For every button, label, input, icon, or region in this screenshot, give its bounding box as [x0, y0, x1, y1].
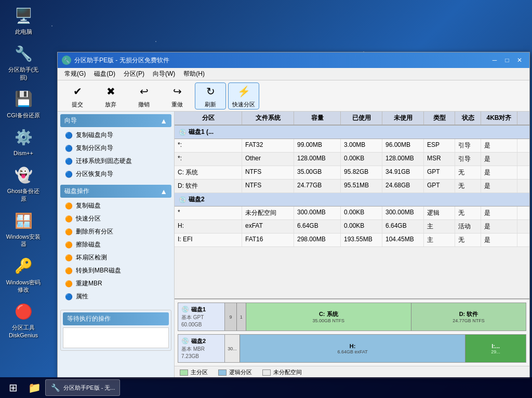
row7-free: 104.45MB	[382, 234, 424, 246]
desktop-icon-windows-password[interactable]: 🔑 Windows密码修改	[5, 256, 42, 294]
desktop-icon-dism[interactable]: ⚙️ Dism++	[5, 127, 42, 157]
taskbar-folder[interactable]: 📁	[26, 379, 43, 396]
submit-icon: ✔	[69, 83, 86, 100]
header-align: 4KB对齐	[481, 112, 517, 125]
sidebar-item-properties[interactable]: 🔵 属性	[60, 290, 171, 303]
maximize-button[interactable]: □	[501, 54, 513, 66]
undo-button[interactable]: ↩ 撤销	[128, 83, 159, 109]
windows-install-icon: 🪟	[13, 210, 34, 231]
legend-unalloc: 未分配空间	[262, 368, 302, 376]
disk1-software-part[interactable]: D: 软件 24.77GB NTFS	[411, 303, 526, 331]
legend-primary-label: 主分区	[191, 368, 208, 376]
row6-status: 活动	[455, 220, 481, 233]
windows-password-icon: 🔑	[13, 256, 34, 277]
menu-disk[interactable]: 磁盘(D)	[90, 68, 119, 79]
legend-logical-color	[218, 369, 227, 376]
redo-label: 重做	[171, 101, 183, 108]
discard-label: 放弃	[105, 101, 116, 108]
sidebar-item-wipe[interactable]: 🟠 擦除磁盘	[60, 238, 171, 251]
desktop-icon-partition-assistant[interactable]: 🔧 分区助手(无损)	[5, 43, 42, 81]
desktop-icon-cgi[interactable]: 💾 CGI备份还原	[5, 89, 42, 119]
start-button[interactable]: ⊞	[3, 379, 23, 396]
refresh-button[interactable]: ↻ 刷新	[195, 83, 226, 109]
disk2-visual: 💿 磁盘2 基本 MBR 7.23GB 30... H:	[178, 334, 526, 363]
disk1-esp-part[interactable]: 9	[225, 303, 237, 331]
sidebar-item-rebuild-mbr[interactable]: 🟠 重建MBR	[60, 277, 171, 290]
row4-partition: D: 软件	[175, 180, 242, 193]
desktop-icon-my-computer[interactable]: 🖥️ 此电脑	[5, 5, 42, 35]
sidebar-item-copy-disk[interactable]: 🔵 复制磁盘向导	[60, 129, 171, 142]
dism-icon: ⚙️	[13, 127, 34, 147]
desktop-icon-windows-install[interactable]: 🪟 Windows安装器	[5, 210, 42, 248]
disk1-system-part[interactable]: C: 系统 35.00GB NTFS	[246, 303, 411, 331]
sidebar-item-recover[interactable]: 🔵 分区恢复向导	[60, 168, 171, 181]
disk1-visual-type: 基本 GPT	[181, 314, 221, 321]
my-computer-icon: 🖥️	[13, 5, 34, 26]
legend-unalloc-color	[262, 369, 271, 376]
sidebar-item-quick-partition[interactable]: 🟠 快速分区	[60, 212, 171, 225]
properties-icon: 🔵	[64, 293, 73, 301]
menu-general[interactable]: 常规(G)	[60, 68, 90, 79]
sidebar-item-delete-all[interactable]: 🟠 删除所有分区	[60, 225, 171, 238]
disk2-h-part[interactable]: H: 6.64GB exFAT	[240, 335, 466, 362]
table-row[interactable]: *: FAT32 99.00MB 3.00MB 96.00MB ESP 引导 是	[175, 139, 529, 153]
table-row[interactable]: C: 系统 NTFS 35.00GB 95.82GB 34.91GB GPT 无…	[175, 166, 529, 180]
disk2-unalloc-part[interactable]: 30...	[225, 335, 240, 362]
table-row[interactable]: *: Other 128.00MB 0.00KB 128.00MB MSR 引导…	[175, 153, 529, 166]
row1-status: 引导	[455, 139, 481, 152]
delete-all-label: 删除所有分区	[76, 227, 113, 236]
row4-used: 95.51MB	[341, 180, 382, 193]
sidebar-item-migrate[interactable]: 🔵 迁移系统到固态硬盘	[60, 155, 171, 168]
copy-disk2-icon: 🟠	[64, 202, 73, 210]
disk2-header: 💿 磁盘2	[175, 193, 529, 207]
menu-partition[interactable]: 分区(P)	[119, 68, 149, 79]
table-row[interactable]: D: 软件 NTFS 24.77GB 95.51MB 24.68GB GPT 无…	[175, 180, 529, 193]
pending-title: 等待执行的操作	[67, 315, 111, 322]
table-row[interactable]: H: exFAT 6.64GB 0.00KB 6.64GB 主 活动 是	[175, 220, 529, 234]
wizard-collapse-arrow[interactable]: ▲	[160, 117, 167, 125]
disk1-partitions: 9 1 C: 系统 35.00GB NTFS D: 软件 2	[225, 303, 526, 331]
sidebar-item-convert-mbr[interactable]: 🟠 转换到MBR磁盘	[60, 264, 171, 277]
taskbar-app[interactable]: 🔧 分区助手PE版 - 无...	[45, 379, 120, 396]
legend-bar: 主分区 逻辑分区 未分配空间	[175, 366, 529, 378]
disk1-visual-size: 60.00GB	[181, 321, 221, 328]
row7-partition: I: EFI	[175, 234, 242, 246]
row2-free: 128.00MB	[382, 153, 424, 166]
sidebar-item-copy-partition[interactable]: 🔵 复制分区向导	[60, 142, 171, 155]
desktop-icon-diskgenius[interactable]: 🔴 分区工具DiskGenius	[5, 301, 42, 339]
header-partition: 分区	[175, 112, 242, 125]
row2-status: 引导	[455, 153, 481, 166]
submit-button[interactable]: ✔ 提交	[62, 83, 93, 109]
row5-free: 300.00MB	[382, 207, 424, 219]
desktop-icon-ghost[interactable]: 👻 Ghost备份还原	[5, 164, 42, 202]
disk-ops-section: 磁盘操作 ▲ 🟠 复制磁盘 🟠 快速分区 🟠 删除所有分区	[60, 185, 171, 303]
close-button[interactable]: ✕	[514, 54, 525, 66]
row2-size: 128.00MB	[294, 153, 341, 166]
disk-ops-collapse-arrow[interactable]: ▲	[160, 187, 167, 196]
table-row[interactable]: * 未分配空间 300.00MB 0.00KB 300.00MB 逻辑 无 是	[175, 207, 529, 220]
sidebar-item-bad-sector[interactable]: 🟠 坏扇区检测	[60, 251, 171, 264]
discard-button[interactable]: ✖ 放弃	[95, 83, 126, 109]
row5-align: 是	[481, 207, 517, 219]
row7-status: 无	[455, 234, 481, 246]
row3-partition: C: 系统	[175, 166, 242, 179]
row2-partition: *:	[175, 153, 242, 166]
bad-sector-label: 坏扇区检测	[76, 253, 107, 262]
disk2-visual-name: 磁盘2	[191, 337, 206, 345]
disk2-i-part[interactable]: I:... 29...	[466, 335, 526, 362]
disk1-msr-part[interactable]: 1	[237, 303, 246, 331]
quick-partition-button[interactable]: ⚡ 快速分区	[228, 83, 259, 109]
row5-used: 0.00KB	[341, 207, 382, 219]
redo-button[interactable]: ↪ 重做	[162, 83, 193, 109]
minimize-button[interactable]: ─	[489, 54, 500, 66]
window-title: 分区助手PE版 - 无损分区免费软件	[74, 56, 486, 65]
content-area: 向导 ▲ 🔵 复制磁盘向导 🔵 复制分区向导 🔵 迁移系统到固态硬盘	[58, 112, 529, 378]
disk1-header: 💿 磁盘1 (...	[175, 126, 529, 139]
ghost-icon: 👻	[13, 164, 34, 185]
menu-wizard[interactable]: 向导(W)	[149, 68, 179, 79]
row5-partition: *	[175, 207, 242, 219]
sidebar-item-copy-disk2[interactable]: 🟠 复制磁盘	[60, 199, 171, 212]
row5-status: 无	[455, 207, 481, 219]
menu-help[interactable]: 帮助(H)	[179, 68, 209, 79]
table-row[interactable]: I: EFI FAT16 298.00MB 193.55MB 104.45MB …	[175, 234, 529, 247]
